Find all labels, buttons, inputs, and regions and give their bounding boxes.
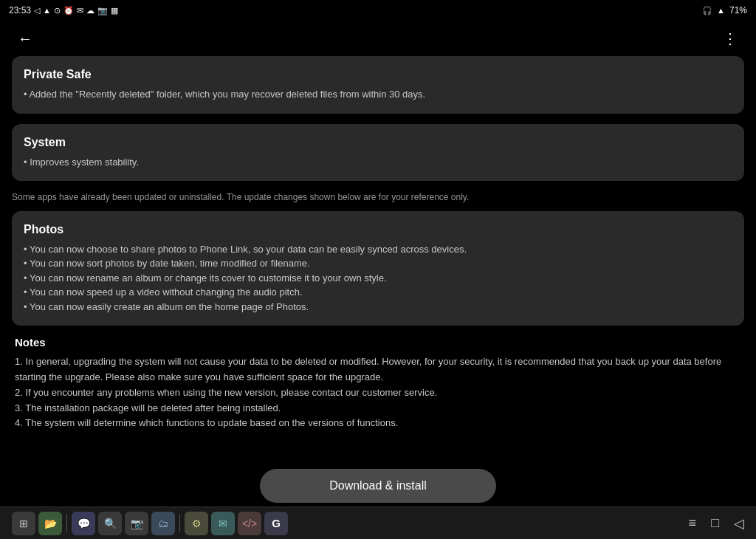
photos-title: Photos (24, 223, 732, 236)
system-text: • Improves system stability. (24, 155, 732, 170)
grid-app-icon[interactable]: ⊞ (12, 512, 35, 535)
storage-icon: ▦ (111, 6, 118, 16)
reference-text: Some apps have already been updated or u… (12, 191, 744, 204)
menu-nav-button[interactable]: ≡ (689, 515, 697, 531)
cloud-icon: ☁ (86, 6, 94, 16)
notes-item-2: 2. If you encounter any problems when us… (15, 387, 437, 398)
photos-item-3: • You can now rename an album or change … (24, 272, 387, 284)
photos-card: Photos • You can now choose to share pho… (12, 211, 744, 326)
bottom-apps: ⊞ 📂 💬 🔍 📷 🗂 ⚙ ✉ </> G (12, 512, 288, 535)
camera-app-icon[interactable]: 📷 (125, 512, 148, 535)
system-card: System • Improves system stability. (12, 124, 744, 182)
wifi-small-icon: ⊙ (54, 6, 61, 16)
navigation-icon: ◁ (34, 6, 40, 16)
notes-item-1: 1. In general, upgrading the system will… (15, 356, 721, 382)
more-options-button[interactable]: ⋮ (717, 27, 744, 50)
private-safe-text: • Added the "Recently deleted" folder, w… (24, 87, 732, 102)
private-safe-card: Private Safe • Added the "Recently delet… (12, 56, 744, 114)
separator-1 (66, 515, 67, 532)
wifi-icon: ▲ (717, 6, 725, 15)
status-right: 🎧 ▲ 71% (702, 5, 747, 16)
separator-2 (179, 515, 180, 532)
status-bar: 23:53 ◁ ▲ ⊙ ⏰ ✉ ☁ 📷 ▦ 🎧 ▲ 71% (0, 0, 756, 21)
photos-item-1: • You can now choose to share photos to … (24, 244, 467, 255)
alarm-icon: ⏰ (63, 6, 74, 16)
photos-item-5: • You can now easily create an album on … (24, 301, 309, 312)
photos-items: • You can now choose to share photos to … (24, 242, 732, 315)
chat-app-icon[interactable]: 💬 (72, 512, 95, 535)
download-section: Download & install (0, 465, 756, 507)
camera-status-icon: 📷 (97, 6, 108, 16)
private-safe-title: Private Safe (24, 68, 732, 81)
signal-icon: ▲ (43, 6, 51, 15)
photos-item-2: • You can now sort photos by date taken,… (24, 258, 310, 269)
top-nav: ← ⋮ (0, 21, 756, 56)
back-nav-button[interactable]: ◁ (734, 515, 744, 532)
nav-controls: ≡ □ ◁ (689, 515, 744, 532)
folder-app-icon[interactable]: 🗂 (151, 512, 175, 535)
notes-item-3: 3. The installation package will be dele… (15, 402, 281, 413)
notes-section: Notes 1. In general, upgrading the syste… (12, 336, 744, 431)
status-left: 23:53 ◁ ▲ ⊙ ⏰ ✉ ☁ 📷 ▦ (9, 5, 118, 16)
notes-title: Notes (15, 336, 741, 349)
time-display: 23:53 (9, 5, 31, 16)
battery-percent: 71% (729, 5, 747, 16)
back-button[interactable]: ← (12, 27, 38, 50)
system-title: System (24, 136, 732, 149)
home-nav-button[interactable]: □ (711, 515, 719, 531)
code-app-icon[interactable]: </> (238, 512, 261, 535)
message-app-icon[interactable]: ✉ (211, 512, 235, 535)
google-app-icon[interactable]: G (264, 512, 288, 535)
bottom-nav: ⊞ 📂 💬 🔍 📷 🗂 ⚙ ✉ </> G ≡ □ ◁ (0, 507, 756, 539)
main-content: Private Safe • Added the "Recently delet… (0, 56, 756, 465)
mail-icon: ✉ (77, 6, 83, 16)
download-install-button[interactable]: Download & install (260, 469, 496, 503)
notes-item-4: 4. The system will determine which funct… (15, 417, 398, 428)
headset-icon: 🎧 (702, 6, 712, 16)
photos-item-4: • You can now speed up a video without c… (24, 286, 303, 298)
settings-app-icon[interactable]: ⚙ (185, 512, 208, 535)
search-app-icon[interactable]: 🔍 (98, 512, 122, 535)
notes-items: 1. In general, upgrading the system will… (15, 354, 741, 431)
files-app-icon[interactable]: 📂 (38, 512, 62, 535)
